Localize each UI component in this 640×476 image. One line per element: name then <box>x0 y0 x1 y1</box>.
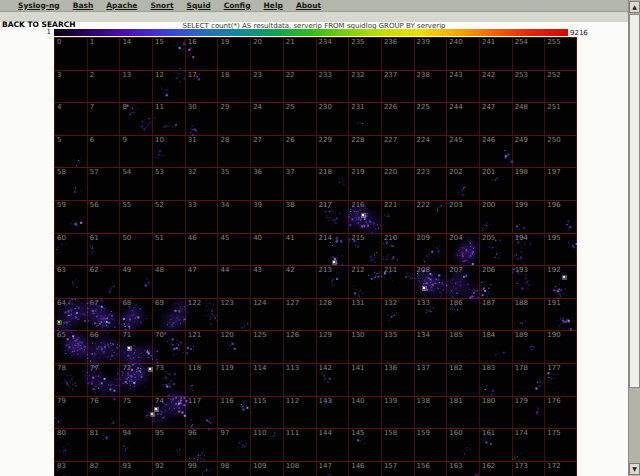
map-cell-162[interactable]: 162 <box>479 461 512 476</box>
map-cell-182[interactable]: 182 <box>446 363 479 396</box>
map-cell-160[interactable]: 160 <box>446 428 479 461</box>
map-cell-195[interactable]: 195 <box>544 233 577 266</box>
map-cell-247[interactable]: 247 <box>479 102 512 135</box>
menu-item-help[interactable]: Help <box>264 0 283 12</box>
map-cell-120[interactable]: 120 <box>217 330 250 363</box>
menu-item-snort[interactable]: Snort <box>150 0 173 12</box>
vertical-scrollbar[interactable]: ▲ ▼ <box>628 0 640 476</box>
map-cell-229[interactable]: 229 <box>316 135 349 168</box>
map-cell-39[interactable]: 39 <box>250 200 283 233</box>
map-cell-20[interactable]: 20 <box>250 37 283 70</box>
map-cell-18[interactable]: 18 <box>217 70 250 103</box>
map-cell-27[interactable]: 27 <box>250 135 283 168</box>
scrollbar-up-icon[interactable]: ▲ <box>629 1 640 13</box>
map-cell-204[interactable]: 204 <box>446 233 479 266</box>
map-cell-71[interactable]: 71 <box>119 330 152 363</box>
map-cell-116[interactable]: 116 <box>217 396 250 429</box>
map-cell-199[interactable]: 199 <box>512 200 545 233</box>
map-cell-35[interactable]: 35 <box>217 167 250 200</box>
map-cell-133[interactable]: 133 <box>414 298 447 331</box>
map-cell-210[interactable]: 210 <box>381 233 414 266</box>
map-cell-45[interactable]: 45 <box>217 233 250 266</box>
map-cell-208[interactable]: 208 <box>414 265 447 298</box>
menu-item-syslog-ng[interactable]: Syslog-ng <box>18 0 60 12</box>
map-cell-6[interactable]: 6 <box>87 135 120 168</box>
map-cell-142[interactable]: 142 <box>316 363 349 396</box>
map-cell-80[interactable]: 80 <box>54 428 87 461</box>
map-cell-61[interactable]: 61 <box>87 233 120 266</box>
map-cell-209[interactable]: 209 <box>414 233 447 266</box>
map-cell-203[interactable]: 203 <box>446 200 479 233</box>
map-cell-146[interactable]: 146 <box>348 461 381 476</box>
map-cell-44[interactable]: 44 <box>217 265 250 298</box>
map-cell-186[interactable]: 186 <box>446 298 479 331</box>
map-cell-245[interactable]: 245 <box>446 135 479 168</box>
map-cell-194[interactable]: 194 <box>512 233 545 266</box>
map-cell-59[interactable]: 59 <box>54 200 87 233</box>
map-cell-222[interactable]: 222 <box>414 200 447 233</box>
map-cell-40[interactable]: 40 <box>250 233 283 266</box>
map-cell-205[interactable]: 205 <box>479 233 512 266</box>
menu-item-bash[interactable]: Bash <box>73 0 94 12</box>
map-cell-183[interactable]: 183 <box>479 363 512 396</box>
map-cell-32[interactable]: 32 <box>185 167 218 200</box>
map-cell-228[interactable]: 228 <box>348 135 381 168</box>
map-cell-197[interactable]: 197 <box>544 167 577 200</box>
map-cell-5[interactable]: 5 <box>54 135 87 168</box>
map-cell-77[interactable]: 77 <box>87 363 120 396</box>
map-cell-25[interactable]: 25 <box>283 102 316 135</box>
map-cell-226[interactable]: 226 <box>381 102 414 135</box>
map-cell-43[interactable]: 43 <box>250 265 283 298</box>
map-cell-131[interactable]: 131 <box>348 298 381 331</box>
map-cell-119[interactable]: 119 <box>217 363 250 396</box>
map-cell-173[interactable]: 173 <box>512 461 545 476</box>
map-cell-231[interactable]: 231 <box>348 102 381 135</box>
map-cell-95[interactable]: 95 <box>152 428 185 461</box>
map-cell-123[interactable]: 123 <box>217 298 250 331</box>
map-cell-159[interactable]: 159 <box>414 428 447 461</box>
map-cell-121[interactable]: 121 <box>185 330 218 363</box>
map-cell-190[interactable]: 190 <box>544 330 577 363</box>
map-cell-113[interactable]: 113 <box>283 363 316 396</box>
scrollbar-thumb[interactable] <box>629 14 640 388</box>
map-cell-127[interactable]: 127 <box>283 298 316 331</box>
map-cell-94[interactable]: 94 <box>119 428 152 461</box>
map-cell-211[interactable]: 211 <box>381 265 414 298</box>
map-cell-252[interactable]: 252 <box>544 70 577 103</box>
map-cell-114[interactable]: 114 <box>250 363 283 396</box>
map-cell-36[interactable]: 36 <box>250 167 283 200</box>
map-cell-109[interactable]: 109 <box>250 461 283 476</box>
map-cell-185[interactable]: 185 <box>446 330 479 363</box>
map-cell-124[interactable]: 124 <box>250 298 283 331</box>
map-cell-78[interactable]: 78 <box>54 363 87 396</box>
map-cell-16[interactable]: 16 <box>185 37 218 70</box>
map-cell-111[interactable]: 111 <box>283 428 316 461</box>
map-cell-30[interactable]: 30 <box>185 102 218 135</box>
map-cell-184[interactable]: 184 <box>479 330 512 363</box>
map-cell-2[interactable]: 2 <box>87 70 120 103</box>
map-cell-1[interactable]: 1 <box>87 37 120 70</box>
map-cell-4[interactable]: 4 <box>54 102 87 135</box>
map-cell-54[interactable]: 54 <box>119 167 152 200</box>
map-cell-69[interactable]: 69 <box>152 298 185 331</box>
map-cell-188[interactable]: 188 <box>512 298 545 331</box>
menu-item-config[interactable]: Config <box>224 0 251 12</box>
map-cell-74[interactable]: 74 <box>152 396 185 429</box>
map-cell-196[interactable]: 196 <box>544 200 577 233</box>
map-cell-47[interactable]: 47 <box>185 265 218 298</box>
map-cell-230[interactable]: 230 <box>316 102 349 135</box>
map-cell-110[interactable]: 110 <box>250 428 283 461</box>
map-cell-254[interactable]: 254 <box>512 37 545 70</box>
map-cell-128[interactable]: 128 <box>316 298 349 331</box>
map-cell-221[interactable]: 221 <box>381 200 414 233</box>
map-cell-15[interactable]: 15 <box>152 37 185 70</box>
map-cell-206[interactable]: 206 <box>479 265 512 298</box>
map-cell-115[interactable]: 115 <box>250 396 283 429</box>
map-cell-220[interactable]: 220 <box>381 167 414 200</box>
map-cell-3[interactable]: 3 <box>54 70 87 103</box>
map-cell-129[interactable]: 129 <box>316 330 349 363</box>
menu-item-about[interactable]: About <box>296 0 321 12</box>
menu-item-apache[interactable]: Apache <box>106 0 137 12</box>
map-cell-158[interactable]: 158 <box>381 428 414 461</box>
map-cell-139[interactable]: 139 <box>381 396 414 429</box>
